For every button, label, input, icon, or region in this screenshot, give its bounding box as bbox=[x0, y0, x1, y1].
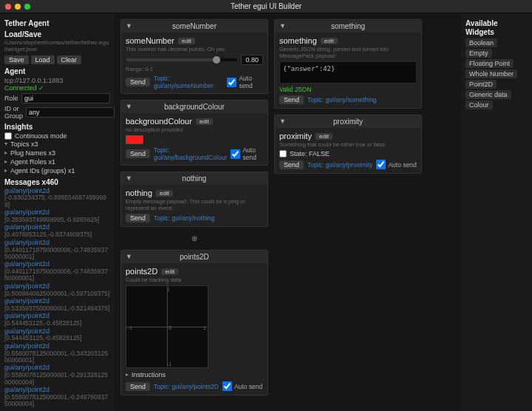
message-value: [0.5335937500000001,-0.521484375] bbox=[4, 305, 110, 312]
available-widget-item[interactable]: Colour bbox=[466, 101, 493, 109]
message-value: [0.383593749999995,-0.9265625] bbox=[4, 217, 110, 223]
insights-topics[interactable]: Topics x3 bbox=[4, 140, 110, 149]
widget-name: something bbox=[279, 36, 317, 45]
widget-name: backgroundColour bbox=[126, 117, 192, 126]
send-button[interactable]: Send bbox=[126, 149, 150, 158]
message-value: [0.4076953125,-0.8374609375] bbox=[4, 231, 110, 238]
send-button[interactable]: Send bbox=[279, 160, 304, 169]
panel-backgroundcolour: ▼backgroundColour backgroundColouredit n… bbox=[120, 100, 268, 166]
right-sidebar: Available Widgets BooleanEmptyFloating P… bbox=[461, 13, 532, 411]
point2d-plot[interactable]: -1 1 1 -1 0 bbox=[126, 285, 208, 368]
send-button[interactable]: Send bbox=[126, 382, 150, 391]
edit-button[interactable]: edit bbox=[196, 118, 213, 125]
panel-something: ▼something somethingedit Generic JSON st… bbox=[274, 19, 422, 109]
message-value: [0.5580078125000001,-0.34320312500000001… bbox=[4, 350, 110, 364]
message-value: [-0.930234375,-0.8985546874999999] bbox=[4, 194, 110, 208]
caret-icon[interactable]: ▼ bbox=[126, 103, 132, 110]
send-button[interactable]: Send bbox=[126, 78, 150, 86]
available-widget-item[interactable]: Whole Number bbox=[466, 69, 517, 78]
topic-label: Topic: gui/any/points2D bbox=[154, 383, 219, 390]
range-label: Range: 0-1 bbox=[126, 66, 263, 72]
widget-name: points2D bbox=[126, 267, 157, 276]
message-value: [0.5580078125000001,-0.29132812500000004… bbox=[4, 372, 110, 386]
available-widget-item[interactable]: Boolean bbox=[466, 38, 497, 47]
left-sidebar: Tether Agent Load/Save /Users/stephentho… bbox=[0, 13, 115, 411]
instructions-expander[interactable]: Instructions bbox=[126, 370, 263, 379]
message-value: [0.544453125,-0.45828125] bbox=[4, 320, 110, 327]
topic-label: Topic: gui/any/backgroundColour bbox=[154, 146, 227, 161]
available-widget-item[interactable]: Floating Point bbox=[466, 59, 514, 68]
filepath-text: /Users/stephenthomas/tether/tether-egui/… bbox=[4, 40, 110, 53]
slider-value[interactable]: 0.80 bbox=[241, 55, 263, 65]
panel-points2d: ▼points2D points2Dedit Could be tracking… bbox=[120, 250, 268, 395]
topic-label: Topic: gui/any/something bbox=[307, 96, 377, 103]
state-checkbox[interactable]: State: FALSE bbox=[279, 150, 417, 157]
tcp-address: tcp://127.0.0.1:1883 bbox=[4, 77, 110, 84]
message-value: [0.44011718750000006,-0.7483593750000001… bbox=[4, 247, 110, 261]
send-button[interactable]: Send bbox=[126, 214, 150, 223]
messages-heading: Messages x460 bbox=[4, 178, 110, 186]
insights-heading: Insights bbox=[4, 123, 110, 131]
caret-icon[interactable]: ▼ bbox=[126, 253, 132, 260]
insights-agentroles[interactable]: Agent Roles x1 bbox=[4, 157, 110, 166]
edit-button[interactable]: edit bbox=[161, 268, 178, 275]
group-input[interactable] bbox=[26, 107, 115, 118]
widget-desc: Could be tracking data bbox=[126, 276, 263, 283]
clear-button[interactable]: Clear bbox=[57, 55, 82, 64]
autosend-checkbox[interactable] bbox=[222, 381, 232, 391]
save-button[interactable]: Save bbox=[4, 55, 29, 64]
widget-name: proximity bbox=[279, 132, 312, 140]
widget-desc: Generic JSON string, parsed and turned i… bbox=[279, 46, 417, 59]
caret-icon[interactable]: ▼ bbox=[279, 22, 286, 30]
available-widget-item[interactable]: Empty bbox=[466, 49, 492, 58]
loadsave-heading: Load/Save bbox=[4, 30, 110, 38]
edit-button[interactable]: edit bbox=[156, 190, 173, 197]
role-input[interactable] bbox=[21, 93, 110, 103]
autosend-checkbox[interactable] bbox=[376, 160, 386, 169]
edit-button[interactable]: edit bbox=[321, 38, 338, 44]
role-label: Role bbox=[4, 95, 18, 102]
insights-plugnames[interactable]: Plug Names x3 bbox=[4, 149, 110, 157]
panel-nothing: ▼nothing nothingedit Empty message paylo… bbox=[120, 171, 268, 227]
connection-status: Connected ✓ bbox=[4, 84, 110, 92]
available-widgets-heading: Available Widgets bbox=[466, 19, 528, 37]
agent-heading: Agent bbox=[4, 67, 110, 75]
json-input[interactable]: {"answer":42} bbox=[279, 61, 417, 84]
panel-proximity: ▼proximity proximityedit Something that … bbox=[274, 115, 422, 174]
topic-label: Topic: gui/any/proximity bbox=[307, 161, 372, 169]
widget-desc: Empty message payload. This could be a p… bbox=[126, 198, 263, 211]
autosend-checkbox[interactable] bbox=[231, 149, 240, 159]
topic-label: Topic: gui/any/someNumber bbox=[154, 75, 223, 89]
widget-desc: This number has decimal points. Oh yes. bbox=[126, 46, 263, 52]
value-slider[interactable] bbox=[126, 58, 237, 61]
available-widget-item[interactable]: Generic data bbox=[466, 90, 511, 99]
caret-icon[interactable]: ▼ bbox=[126, 22, 132, 30]
caret-icon[interactable]: ▼ bbox=[126, 174, 132, 182]
continuous-mode-checkbox[interactable]: Continuous mode bbox=[4, 132, 110, 140]
caret-icon[interactable]: ▼ bbox=[279, 118, 286, 125]
autosend-checkbox[interactable] bbox=[227, 78, 236, 87]
topic-label: Topic: gui/any/nothing bbox=[154, 214, 214, 222]
window-title: Tether egui UI Builder bbox=[0, 2, 532, 10]
panel-somenumber: ▼someNumber someNumberedit This number h… bbox=[120, 19, 268, 94]
message-list: gui/any/point2d[-0.930234375,-0.89855468… bbox=[4, 188, 110, 408]
available-widget-item[interactable]: Point2D bbox=[466, 80, 497, 89]
edit-button[interactable]: edit bbox=[316, 133, 332, 140]
send-button[interactable]: Send bbox=[279, 95, 304, 104]
tether-agent-heading: Tether Agent bbox=[4, 19, 110, 27]
message-value: [0.5580078125000001,-0.24976093750000004… bbox=[4, 394, 110, 408]
drag-handle-icon[interactable]: ⊕ bbox=[120, 233, 268, 244]
load-button[interactable]: Load bbox=[31, 55, 55, 64]
group-label: ID or Group bbox=[4, 105, 23, 120]
widget-desc: Something that could be either true or f… bbox=[279, 141, 417, 148]
message-value: [0.44011718750000006,-0.7483593750000001… bbox=[4, 268, 110, 282]
widget-desc: no description provided bbox=[126, 126, 263, 133]
insights-agentids[interactable]: Agent IDs (groups) x1 bbox=[4, 166, 110, 175]
edit-button[interactable]: edit bbox=[178, 38, 195, 44]
json-valid-label: Valid JSON bbox=[279, 86, 417, 93]
widget-name: nothing bbox=[126, 188, 152, 197]
widget-name: someNumber bbox=[126, 36, 174, 45]
colour-swatch[interactable] bbox=[126, 135, 143, 144]
message-value: [0.5006640625000001,-0.597109375] bbox=[4, 291, 110, 297]
window-titlebar: Tether egui UI Builder bbox=[0, 0, 532, 13]
